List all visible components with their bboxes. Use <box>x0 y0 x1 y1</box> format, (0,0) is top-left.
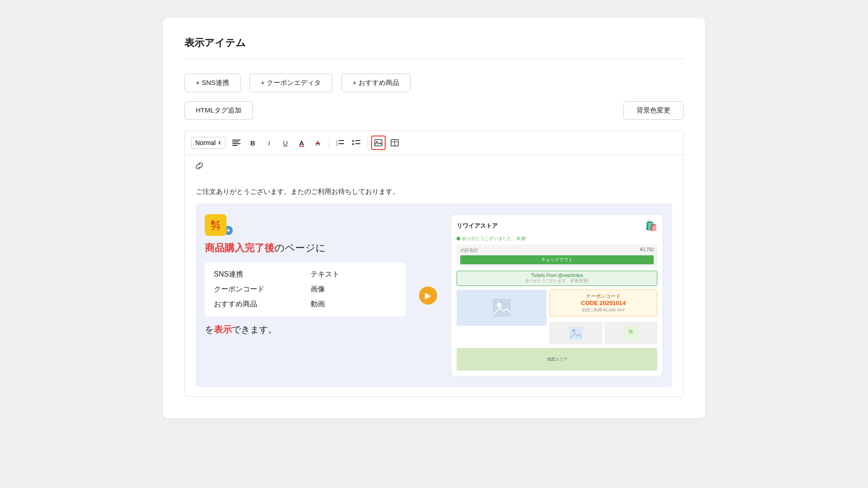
mock-store-name: リワイアストア <box>457 222 498 230</box>
ordered-list-button[interactable]: 1. 2. <box>333 136 347 150</box>
promo-footer-suffix: できます。 <box>232 324 277 334</box>
style-label: Normal <box>195 139 216 146</box>
mock-map-placeholder: 地図エリア <box>457 348 657 371</box>
coupon-button[interactable]: + クーポンエディタ <box>250 74 332 92</box>
mock-coupon-label: クーポンコード <box>554 293 652 300</box>
svg-rect-19 <box>569 326 583 340</box>
promo-image-block: あとブラ + 商品購入完了後のページに SNS連携 テキスト クーポンコード 画… <box>196 203 672 387</box>
mock-coupon-code: CODE 20201014 <box>554 300 652 306</box>
second-button-row: HTMLタグ追加 背景色変更 <box>184 101 684 120</box>
svg-text:2.: 2. <box>336 143 339 146</box>
mock-right-panels: クーポンコード CODE 20201014 初回ご利用 ¥1,000 OFF <box>549 290 657 344</box>
mock-images-row: クーポンコード CODE 20201014 初回ご利用 ¥1,000 OFF <box>457 290 657 344</box>
page-title: 表示アイテム <box>184 36 684 50</box>
mock-status: ありがとうございました、友達! <box>457 235 657 242</box>
svg-point-22 <box>628 329 633 334</box>
bold-button[interactable]: B <box>245 136 260 150</box>
divider <box>184 59 684 59</box>
promo-table: SNS連携 テキスト クーポンコード 画像 おすすめ商品 動画 <box>205 263 406 316</box>
link-button[interactable] <box>191 158 208 174</box>
svg-point-8 <box>352 140 354 142</box>
main-card: 表示アイテム + SNS連携 + クーポンエディタ + おすすめ商品 HTMLタ… <box>163 18 705 418</box>
mock-order-label: 小計合計 <box>460 247 478 253</box>
table-insert-icon <box>391 139 399 146</box>
link-icon <box>195 161 204 170</box>
recommended-button[interactable]: + おすすめ商品 <box>341 74 410 92</box>
align-icon <box>232 140 241 146</box>
promo-headline-suffix: のページに <box>274 242 326 253</box>
table-item-3: クーポンコード <box>214 285 300 294</box>
align-button[interactable] <box>229 136 244 150</box>
table-item-4: 画像 <box>311 285 396 294</box>
svg-rect-1 <box>232 141 239 142</box>
table-item-2: テキスト <box>311 270 396 279</box>
svg-rect-2 <box>232 143 241 144</box>
svg-rect-12 <box>375 140 382 146</box>
editor-container: Normal ⬍ B I U A <box>184 131 684 397</box>
sns-button[interactable]: + SNS連携 <box>184 74 241 92</box>
mock-store-icon: 🛍️ <box>645 220 657 232</box>
editor-greeting: ご注文ありがとうございます。またのご利用お待ちしております。 <box>196 188 672 196</box>
mock-coupon: クーポンコード CODE 20201014 初回ご利用 ¥1,000 OFF <box>549 290 657 316</box>
ordered-list-icon: 1. 2. <box>336 140 344 146</box>
image-insert-icon <box>374 139 382 146</box>
svg-rect-3 <box>232 145 237 146</box>
mock-status-text: ありがとうございました、友達! <box>462 235 527 242</box>
color-a-icon: A <box>299 139 304 147</box>
logo-badge: あとブラ <box>205 214 226 236</box>
mock-checkout-btn: チェックアウト <box>460 255 654 264</box>
toolbar-divider-1 <box>329 137 329 148</box>
svg-rect-0 <box>232 140 241 141</box>
editor-content[interactable]: ご注文ありがとうございます。またのご利用お待ちしております。 あとブラ + 商品… <box>185 178 683 396</box>
svg-rect-17 <box>493 299 511 317</box>
table-item-6: 動画 <box>311 300 396 309</box>
strikethrough-a-button[interactable]: A <box>311 136 325 150</box>
promo-headline: 商品購入完了後のページに <box>205 241 406 255</box>
table-item-1: SNS連携 <box>214 270 300 279</box>
table-item-5: おすすめ商品 <box>214 300 300 309</box>
mock-coupon-sub: 初回ご利用 ¥1,000 OFF <box>554 307 652 313</box>
mock-store-header: リワイアストア 🛍️ <box>457 220 657 232</box>
svg-text:1.: 1. <box>336 140 339 143</box>
promo-headline-accent: 商品購入完了後 <box>205 242 274 253</box>
link-row <box>185 155 683 178</box>
underline-button[interactable]: U <box>278 136 292 150</box>
mock-order-box: 小計合計 ¥3,750 チェックアウト <box>457 244 657 267</box>
promo-footer-accent: 表示 <box>214 324 232 334</box>
unordered-list-button[interactable] <box>349 136 363 150</box>
mock-order-price: ¥3,750 <box>640 247 654 253</box>
promo-left: あとブラ + 商品購入完了後のページに SNS連携 テキスト クーポンコード 画… <box>205 214 406 336</box>
mock-status-dot <box>457 237 460 240</box>
mock-img-1 <box>457 290 547 326</box>
unordered-list-icon <box>352 140 360 146</box>
color-a-button[interactable]: A <box>294 136 309 150</box>
mock-map: 地図エリア <box>457 348 657 371</box>
svg-point-20 <box>572 329 576 333</box>
image-insert-button[interactable] <box>371 136 386 150</box>
promo-footer-prefix: を <box>205 324 214 334</box>
table-insert-button[interactable] <box>387 136 402 150</box>
svg-rect-5 <box>339 140 344 141</box>
toolbar-divider-2 <box>367 137 368 148</box>
promo-logo: あとブラ + <box>205 214 406 236</box>
promo-right: リワイアストア 🛍️ ありがとうございました、友達! 小計合計 ¥3,750 チ… <box>451 214 663 376</box>
svg-rect-7 <box>339 143 344 144</box>
mock-banner: Tickets From @reachnilys ありがとうございます。友達!友… <box>457 271 657 286</box>
svg-rect-11 <box>355 143 360 144</box>
promo-footer: を表示できます。 <box>205 324 406 336</box>
bg-change-button[interactable]: 背景色変更 <box>623 101 684 120</box>
style-selector[interactable]: Normal ⬍ <box>191 137 226 149</box>
arrow-button: ▶ <box>419 286 437 305</box>
strikethrough-a-icon: A <box>316 139 320 147</box>
svg-rect-9 <box>355 140 360 141</box>
mock-products-grid <box>549 322 657 344</box>
mock-product-1 <box>549 322 602 344</box>
top-button-row: + SNS連携 + クーポンエディタ + おすすめ商品 <box>184 74 684 92</box>
italic-button[interactable]: I <box>262 136 276 150</box>
toolbar: Normal ⬍ B I U A <box>185 131 683 155</box>
html-add-button[interactable]: HTMLタグ追加 <box>184 101 253 120</box>
svg-point-10 <box>352 143 354 145</box>
svg-point-18 <box>497 303 501 307</box>
mock-product-2 <box>604 322 657 344</box>
mock-banner-sub: ありがとうございます。友達!友達! <box>525 278 589 283</box>
